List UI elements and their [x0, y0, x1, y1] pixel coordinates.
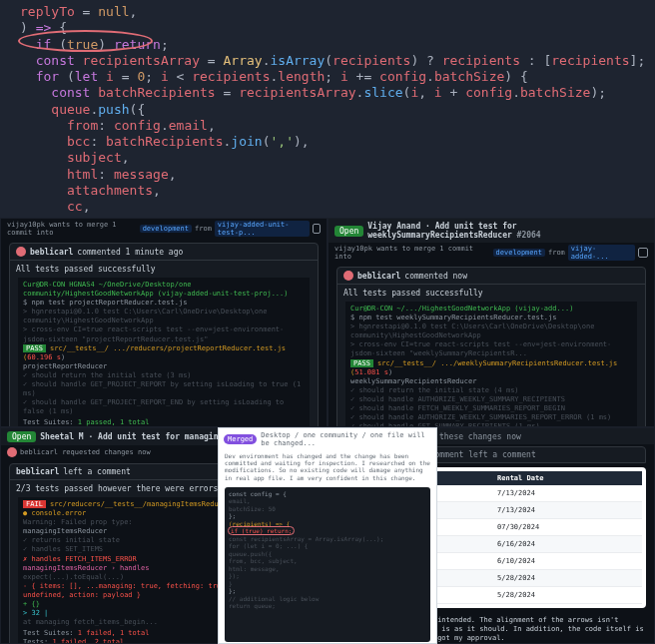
code-line: attachments,	[20, 183, 647, 199]
pass-badge: PASS	[23, 344, 46, 352]
circled-diff-line: if (true) return;	[229, 527, 294, 534]
merge-bar: vijay10pk wants to merge 1 commit into d…	[1, 219, 327, 239]
code-line: const recipientsArray = Array.isArray(re…	[20, 53, 647, 69]
comment-box: beblicarl commented 1 minute ago All tes…	[9, 243, 319, 427]
code-editor[interactable]: replyTo = null, ) => { if (true) return;…	[0, 0, 655, 218]
pr-title[interactable]: Vijay Anand · Add unit test for weeklySu…	[367, 222, 648, 240]
code-line: from: config.email,	[20, 118, 647, 134]
comment-header: beblicarl commented now	[337, 268, 645, 285]
commenter-name[interactable]: beblicarl	[16, 467, 59, 476]
comment-body: All tests passed successfully	[10, 261, 318, 278]
code-line: const batchRecipients = recipientsArray.…	[20, 85, 647, 101]
commenter-name[interactable]: beblicarl	[357, 272, 400, 281]
code-line: ) => {	[20, 20, 647, 36]
code-line: subject,	[20, 150, 647, 166]
code-line: bcc: batchRecipients.join(','),	[20, 134, 647, 150]
commenter-name[interactable]: beblicarl	[30, 248, 73, 257]
terminal-output: Cur@DR-CON ~/.../HighestGoodNetworkApp (…	[345, 302, 637, 427]
merge-bar: vijay10pk wants to merge 1 commit into d…	[328, 243, 654, 263]
code-line: cc,	[20, 199, 647, 215]
branch-to[interactable]: development	[493, 249, 545, 257]
pr-thumbnail-5-overlay[interactable]: Merged Desktop / one community / one fil…	[218, 427, 437, 644]
copy-icon[interactable]	[313, 224, 321, 234]
breadcrumb[interactable]: Desktop / one community / one file will …	[261, 431, 431, 447]
avatar[interactable]	[7, 447, 17, 457]
branch-from[interactable]: vijay-added-unit-test-p...	[215, 221, 310, 237]
comment-box: beblicarl commented now All tests passed…	[336, 267, 646, 427]
open-badge: Open	[7, 431, 36, 442]
pw-header: Merged Desktop / one community / one fil…	[219, 428, 436, 450]
comment-time: commented 1 minute ago	[77, 248, 183, 257]
merged-badge: Merged	[224, 434, 257, 444]
diff-code: const config = { email, batchSize: 50 };…	[225, 487, 430, 642]
pr-thumbnail-1[interactable]: vijay10pk wants to merge 1 commit into d…	[0, 218, 328, 427]
comment-body: All tests passed successfully	[337, 285, 645, 302]
branch-from[interactable]: vijay-added-...	[568, 245, 635, 261]
comment-time: commented now	[404, 272, 467, 281]
comment-header: beblicarl commented 1 minute ago	[10, 244, 318, 261]
open-badge: Open	[334, 226, 363, 237]
pr-header: Open Vijay Anand · Add unit test for wee…	[328, 219, 654, 243]
comment-meta: left a comment	[63, 467, 130, 476]
terminal-output: Cur@DR-CON HGNAS4 ~/OneDrive/Desktop/one…	[18, 278, 310, 427]
req-changes-text: beblicarl requested changes now	[20, 448, 151, 456]
col-header-rental-date[interactable]: Rental Date	[491, 471, 642, 485]
code-line: html: message,	[20, 167, 647, 183]
pr-thumbnail-2[interactable]: Open Vijay Anand · Add unit test for wee…	[328, 218, 655, 427]
branch-to[interactable]: development	[140, 225, 192, 233]
pr-description: Dev environment has changed and the chan…	[219, 450, 436, 485]
copy-icon[interactable]	[638, 248, 648, 258]
code-line: if (true) return;	[20, 37, 647, 53]
code-line: replyTo = null,	[20, 4, 647, 20]
code-line: queue.push({	[20, 102, 647, 118]
avatar[interactable]	[343, 271, 353, 281]
merge-text: vijay10pk wants to merge 1 commit into	[7, 221, 137, 237]
code-line: for (let i = 0; i < recipients.length; i…	[20, 69, 647, 85]
fail-badge: FAIL	[23, 500, 46, 508]
pass-badge: PASS	[350, 359, 373, 367]
avatar[interactable]	[16, 247, 26, 257]
